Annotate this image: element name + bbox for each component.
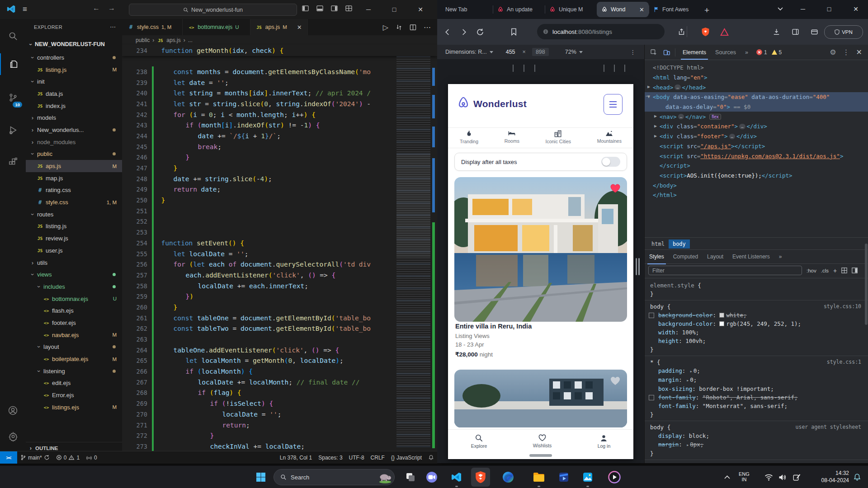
browser-tab-an-update[interactable]: An update — [493, 2, 545, 17]
url-bar[interactable]: localhost:8080/listings — [537, 24, 665, 39]
drag-handle[interactable] — [529, 454, 552, 457]
issues-warning-badge[interactable]: 5 — [772, 49, 782, 56]
explorer-item-index-js[interactable]: JSindex.js — [26, 100, 122, 112]
css-property-font-family[interactable]: font-family: "Montserrat", sans-serif; — [645, 402, 868, 410]
collapse-arrow-icon[interactable]: ▶ — [654, 133, 657, 138]
stylesheet-link[interactable]: style.css:10 — [824, 302, 861, 311]
dom-node-13[interactable]: </html> — [645, 190, 868, 200]
volume-icon[interactable] — [775, 470, 789, 484]
rule-selector[interactable]: element.style { — [645, 281, 868, 290]
css-property-margin[interactable]: margin: ▸8px; — [645, 440, 868, 449]
pen-input-icon[interactable] — [789, 470, 804, 484]
dom-node-2[interactable]: ▶<head>…</head> — [645, 82, 868, 92]
explorer-item-init[interactable]: ›init — [26, 75, 122, 88]
explorer-item-error-ejs[interactable]: <>Error.ejs — [26, 389, 122, 401]
vscode-restore-button[interactable]: □ — [384, 0, 405, 19]
hov-toggle[interactable]: :hov — [807, 268, 816, 273]
vscode-minimize-button[interactable]: ─ — [358, 0, 379, 19]
editor-tab-aps-js[interactable]: JSaps.jsM✕ — [250, 19, 308, 35]
css-property-width[interactable]: width: 100%; — [645, 328, 868, 337]
new-tab-button[interactable]: + — [704, 5, 709, 15]
browser-tab-new-tab[interactable]: New Tab — [441, 2, 493, 17]
nav-back-icon[interactable]: ← — [93, 4, 100, 12]
customize-layout-icon[interactable] — [345, 5, 352, 12]
explorer-item-node-modules[interactable]: ›node_modules — [26, 136, 122, 148]
nav-forward-icon[interactable]: → — [108, 4, 115, 12]
tab-search-icon[interactable] — [770, 0, 791, 18]
collapse-arrow-icon[interactable]: ▶ — [654, 113, 657, 118]
ports-status[interactable]: 0 — [83, 455, 100, 461]
photos-app-icon[interactable] — [580, 470, 595, 484]
tray-clock[interactable]: 14:32 08-04-2024 — [821, 469, 849, 484]
expand-arrow-icon[interactable]: ▼ — [647, 94, 650, 99]
crumb-html[interactable]: html — [647, 239, 669, 249]
explorer-item-review-js[interactable]: JSreview.js — [26, 232, 122, 244]
filter-mountaines[interactable]: Mountaines — [597, 129, 622, 148]
browser-tab-wond[interactable]: Wond✕ — [597, 2, 649, 17]
issues-error-badge[interactable]: ✕ 1 — [756, 49, 767, 56]
explorer-item-routes[interactable]: ›routes — [26, 208, 122, 221]
stylesheet-link[interactable]: user agent stylesheet — [796, 423, 861, 432]
brave-shield-icon[interactable] — [701, 27, 710, 37]
outline-section[interactable]: › OUTLINE — [26, 442, 122, 451]
explorer-item-views[interactable]: ›views — [26, 268, 122, 281]
explorer-item-navbar-ejs[interactable]: <>navbar.ejsM — [26, 329, 122, 341]
bookmark-icon[interactable] — [510, 28, 517, 36]
devtools-resize-handle[interactable] — [636, 258, 637, 275]
explorer-item-user-js[interactable]: JSuser.js — [26, 244, 122, 257]
editor-more-icon[interactable]: ⋯ — [424, 23, 431, 32]
style-rules[interactable]: element.style {}body {style.css:10backgr… — [645, 279, 868, 463]
site-brand[interactable]: Wonderlust — [473, 99, 527, 109]
bottomnav-wishlists[interactable]: Wishlists — [533, 434, 552, 448]
collapsed-content-icon[interactable]: … — [729, 134, 735, 139]
cls-toggle[interactable]: .cls — [821, 268, 829, 273]
collapsed-content-icon[interactable]: … — [739, 124, 745, 129]
collapse-arrow-icon[interactable]: ▶ — [647, 84, 650, 89]
css-property-margin[interactable]: margin: ▸0; — [645, 375, 868, 385]
explorer-item-flash-ejs[interactable]: <>flash.ejs — [26, 305, 122, 317]
tax-toggle-switch[interactable] — [601, 157, 620, 167]
code-area[interactable]: 238const months = document.getElementsBy… — [122, 66, 405, 451]
css-property-background-color[interactable]: background-color: white; — [645, 311, 868, 319]
back-icon[interactable] — [443, 28, 452, 36]
taskbar-search-box[interactable]: Search — [274, 469, 395, 485]
task-view-icon[interactable] — [403, 470, 418, 484]
reload-icon[interactable] — [476, 28, 484, 36]
remote-indicator[interactable]: >< — [0, 451, 17, 464]
settings-gear-icon[interactable] — [0, 426, 26, 447]
chat-icon[interactable] — [425, 470, 439, 484]
explorer-item-models[interactable]: ›models — [26, 112, 122, 124]
explorer-item-rating-css[interactable]: #rating.css — [26, 184, 122, 197]
sidebar-panel-icon[interactable] — [792, 28, 799, 36]
explorer-item-data-js[interactable]: JSdata.js — [26, 88, 122, 100]
viewport-height-field[interactable]: 898 — [532, 48, 549, 56]
explorer-item-listings-ejs[interactable]: <>listings.ejsM — [26, 401, 122, 413]
browser-tab-unique-m[interactable]: Unique M — [545, 2, 597, 17]
hamburger-menu-button[interactable] — [604, 94, 623, 115]
dimensions-select[interactable]: Dimensions: R... — [445, 49, 487, 55]
dom-node-7[interactable]: ▶<div class="footer">…</div> — [645, 131, 868, 141]
share-icon[interactable] — [678, 28, 685, 36]
browser-tab-font-awes[interactable]: Font Awes — [649, 2, 701, 17]
explorer-item-footer-ejs[interactable]: <>footer.ejs — [26, 317, 122, 329]
explorer-item-map-js[interactable]: JSmap.js — [26, 172, 122, 184]
zoom-select[interactable]: 72% — [565, 49, 576, 55]
vscode-close-button[interactable]: ✕ — [410, 0, 431, 19]
collapsed-content-icon[interactable]: … — [675, 84, 680, 90]
indentation[interactable]: Spaces: 3 — [315, 455, 345, 461]
devtools-more-icon[interactable]: ⋮ — [843, 48, 850, 56]
dom-node-6[interactable]: ▶<div class="container">…</div> — [645, 122, 868, 131]
inspect-element-icon[interactable] — [650, 49, 657, 56]
dom-node-0[interactable]: <!DOCTYPE html> — [645, 63, 868, 73]
explorer-more-icon[interactable]: ⋯ — [110, 23, 116, 30]
styles-filter-input[interactable]: Filter — [648, 266, 802, 275]
explorer-item-utils[interactable]: ›utils — [26, 257, 122, 269]
devtools-close-icon[interactable]: ✕ — [856, 48, 862, 56]
css-property-display[interactable]: display: block; — [645, 432, 868, 440]
filter-rooms[interactable]: Rooms — [505, 129, 519, 148]
tray-chevron-icon[interactable] — [720, 470, 734, 484]
css-property-height[interactable]: height: 100vh; — [645, 337, 868, 345]
start-button[interactable] — [254, 470, 268, 484]
notifications-bell-icon[interactable] — [425, 455, 437, 460]
wishlist-heart-icon[interactable] — [610, 183, 621, 193]
